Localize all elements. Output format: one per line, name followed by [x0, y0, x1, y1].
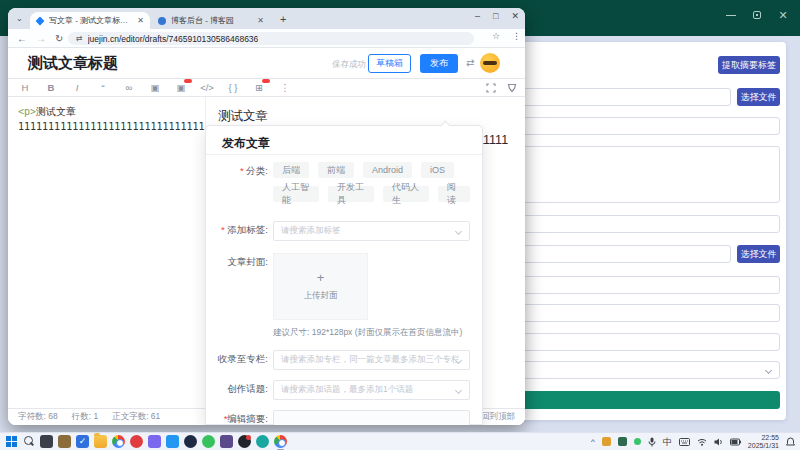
minimize-icon[interactable]: – [475, 11, 480, 21]
cover-upload-box[interactable]: + 上传封面 [273, 253, 368, 320]
category-tag-ios[interactable]: iOS [421, 162, 454, 178]
file-explorer-icon[interactable] [94, 435, 107, 448]
add-tag-label: 添加标签: [227, 224, 268, 235]
microphone-icon[interactable] [648, 437, 656, 447]
search-icon[interactable] [22, 435, 35, 448]
table-icon[interactable]: ⊞ [252, 82, 266, 93]
reload-icon[interactable]: ↻ [55, 33, 63, 44]
tab-cnblogs-admin[interactable]: 博客后台 - 博客园 ✕ [152, 12, 270, 29]
tab-strip: ⌄ 写文章 - 测试文章标题 - 掘金 ✕ 博客后台 - 博客园 ✕ + – □… [8, 8, 525, 29]
forward-icon[interactable]: → [36, 33, 46, 44]
body-count: 正文字数: 61 [112, 411, 160, 421]
start-button[interactable] [6, 436, 17, 447]
taskbar-app-red[interactable] [130, 435, 143, 448]
article-title-input[interactable]: 测试文章标题 [28, 54, 118, 73]
choose-file-button[interactable]: 选择文件 [737, 245, 780, 263]
vscode-icon[interactable] [166, 435, 179, 448]
source-numbers: 1111111111111111111111111111111111111111… [18, 119, 195, 134]
chevron-down-icon [765, 367, 772, 374]
category-tag-backend[interactable]: 后端 [273, 162, 309, 178]
chrome-active-icon[interactable] [274, 435, 287, 448]
summary-textarea[interactable] [273, 410, 470, 425]
back-to-top-button[interactable]: 回到顶部 [481, 411, 515, 423]
category-tag-devtools[interactable]: 开发工具 [328, 186, 374, 202]
topic-select[interactable]: 请搜索添加话题，最多添加1个话题 [273, 380, 470, 400]
wifi-icon[interactable] [697, 438, 707, 446]
heading-icon[interactable]: H [18, 82, 32, 93]
close-icon[interactable]: ✕ [778, 10, 788, 20]
tab-search-icon[interactable]: ⌄ [16, 15, 24, 23]
tray-expand-icon[interactable]: ^ [591, 437, 595, 447]
browser-menu-icon[interactable]: ⋮ [512, 31, 521, 41]
taskbar-app-darknavy[interactable] [184, 435, 197, 448]
task-view-icon[interactable] [40, 435, 53, 448]
required-mark: * [221, 224, 225, 235]
url-text[interactable]: juejin.cn/editor/drafts/7465910130586468… [88, 34, 259, 44]
tray-clock[interactable]: 22:55 2025/1/31 [748, 434, 779, 450]
fullscreen-icon[interactable] [486, 83, 496, 93]
taskbar-app-briefcase[interactable] [58, 435, 71, 448]
volume-icon[interactable] [714, 438, 723, 446]
maximize-icon[interactable] [752, 10, 762, 20]
category-tag-reading[interactable]: 阅读 [438, 186, 470, 202]
keyboard-icon[interactable] [679, 438, 690, 446]
bookmark-star-icon[interactable]: ☆ [492, 31, 500, 41]
inline-code-icon[interactable]: { } [226, 82, 240, 93]
bold-icon[interactable]: B [44, 82, 58, 93]
github-desktop-icon[interactable] [220, 435, 233, 448]
blockquote-icon[interactable]: “ [96, 82, 110, 93]
close-tab-icon[interactable]: ✕ [137, 16, 144, 25]
maximize-icon[interactable]: □ [493, 11, 498, 21]
close-tab-icon[interactable]: ✕ [257, 16, 264, 25]
site-info-icon[interactable]: ⇄ [76, 34, 83, 43]
tray-green-dot-icon[interactable] [634, 438, 641, 445]
desktop: ✕ 提取摘要标签 选择文件 选择文件 [0, 0, 800, 450]
taskbar-app-teal[interactable] [256, 435, 269, 448]
extract-summary-button[interactable]: 提取摘要标签 [718, 56, 780, 74]
taskbar-app-black-red[interactable] [238, 435, 251, 448]
minimize-icon[interactable] [726, 10, 736, 20]
tray-shield-icon[interactable] [618, 437, 627, 446]
category-tag-android[interactable]: Android [363, 162, 412, 178]
battery-icon[interactable] [730, 438, 741, 446]
avatar[interactable] [480, 53, 500, 73]
column-select[interactable]: 请搜索添加专栏，同一篇文章最多添加三个专栏 [273, 350, 470, 370]
more-tools-icon[interactable]: ⋮ [278, 82, 292, 93]
ime-indicator[interactable]: 中 [663, 437, 672, 447]
image-icon[interactable]: ▣ [148, 82, 162, 93]
category-tag-ai[interactable]: 人工智能 [273, 186, 319, 202]
close-icon[interactable]: ✕ [511, 11, 519, 21]
back-icon[interactable]: ← [17, 33, 27, 44]
address-bar[interactable]: ⇄ juejin.cn/editor/drafts/74659101305864… [68, 32, 474, 45]
plus-icon: + [317, 271, 325, 285]
chrome-icon[interactable] [112, 435, 125, 448]
markdown-source-pane[interactable]: <p>测试文章 11111111111111111111111111111111… [8, 97, 205, 408]
add-tag-select[interactable]: 请搜索添加标签 [273, 221, 470, 241]
draft-box-button[interactable]: 草稿箱 [368, 54, 411, 73]
image-upload-icon[interactable]: ▣ [174, 82, 188, 93]
category-tag-codelife[interactable]: 代码人生 [383, 186, 429, 202]
browser-toolbar: ← → ↻ ⇄ juejin.cn/editor/drafts/74659101… [8, 29, 525, 48]
editor-header: 测试文章标题 保存成功 草稿箱 发布 ⇄ [8, 48, 525, 79]
category-tag-frontend[interactable]: 前端 [318, 162, 354, 178]
sync-icon[interactable]: ⇄ [466, 57, 474, 68]
tray-time: 22:55 [748, 434, 779, 442]
tab-juejin-editor[interactable]: 写文章 - 测试文章标题 - 掘金 ✕ [30, 12, 150, 29]
chevron-down-icon [455, 387, 462, 394]
tray-key-icon[interactable] [602, 437, 611, 446]
taskbar-app-purple[interactable] [148, 435, 161, 448]
link-icon[interactable]: ∞ [122, 82, 136, 93]
juejin-favicon [35, 16, 44, 25]
notifications-bell-icon[interactable] [786, 437, 795, 447]
divider [206, 154, 482, 155]
publish-button[interactable]: 发布 [420, 54, 458, 73]
choose-file-button[interactable]: 选择文件 [737, 88, 780, 106]
code-block-icon[interactable]: </> [200, 82, 214, 93]
taskbar: ^ 中 22:55 2025/1/31 [0, 432, 800, 450]
style-settings-icon[interactable] [507, 83, 517, 93]
italic-icon[interactable]: I [70, 82, 84, 93]
browser-window: ⌄ 写文章 - 测试文章标题 - 掘金 ✕ 博客后台 - 博客园 ✕ + – □… [8, 8, 525, 425]
new-tab-button[interactable]: + [280, 13, 286, 25]
taskbar-app-todo[interactable] [76, 435, 89, 448]
wechat-icon[interactable] [202, 435, 215, 448]
